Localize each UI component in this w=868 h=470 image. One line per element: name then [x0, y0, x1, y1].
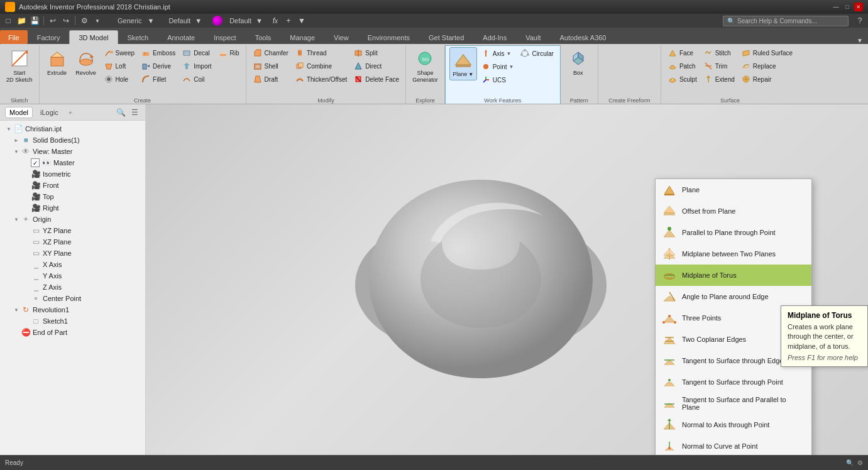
generic-dropdown[interactable]: ▼	[92, 15, 103, 26]
axis-button[interactable]: Axis ▼	[478, 47, 517, 60]
tree-checkbox-master[interactable]: ✓	[31, 158, 40, 167]
dd-tangent-parallel[interactable]: Tangent to Surface and Parallel to Plane	[656, 393, 811, 414]
coil-button[interactable]: Coil	[179, 73, 214, 85]
color-swatch[interactable]	[212, 16, 222, 26]
emboss-button[interactable]: A Emboss	[138, 46, 178, 59]
direct-button[interactable]: Direct	[351, 60, 402, 72]
sidebar-tab-plus[interactable]: +	[69, 109, 72, 116]
replace-button[interactable]: Replace	[739, 60, 795, 72]
tree-yz-plane[interactable]: ▭ YZ Plane	[0, 225, 145, 236]
tab-factory[interactable]: Factory	[28, 30, 70, 44]
maximize-button[interactable]: □	[843, 3, 852, 11]
ruled-surface-button[interactable]: Ruled Surface	[739, 46, 795, 59]
box-button[interactable]: Box	[564, 46, 592, 79]
import-button[interactable]: Import	[179, 60, 214, 72]
loft-button[interactable]: Loft	[101, 60, 138, 72]
draft-button[interactable]: Draft	[250, 73, 291, 85]
dd-tangent-point[interactable]: Tangent to Surface through Point	[656, 371, 811, 393]
more-button[interactable]: ▼	[296, 15, 307, 26]
tree-sketch1[interactable]: □ Sketch1	[0, 315, 145, 327]
tab-addins[interactable]: Add-Ins	[473, 30, 516, 44]
tab-annotate[interactable]: Annotate	[158, 30, 204, 44]
tree-master[interactable]: ✓ 👀 Master	[0, 157, 145, 168]
settings-icon[interactable]: ⚙	[857, 459, 863, 466]
tree-christian[interactable]: ▼ 📄 Christian.ipt	[0, 123, 145, 134]
thread-button[interactable]: Thread	[292, 46, 349, 59]
tab-tools[interactable]: Tools	[246, 30, 281, 44]
tab-environments[interactable]: Environments	[358, 30, 419, 44]
dd-normal-axis[interactable]: Normal to Axis through Point	[656, 414, 811, 435]
tab-view[interactable]: View	[324, 30, 358, 44]
tree-revolution1[interactable]: ▼ ↻ Revolution1	[0, 304, 145, 315]
tree-xz-plane[interactable]: ▭ XZ Plane	[0, 236, 145, 248]
generic-dd-btn[interactable]: ▼	[148, 17, 155, 25]
tree-z-axis[interactable]: ⎯ Z Axis	[0, 281, 145, 293]
tab-sketch[interactable]: Sketch	[118, 30, 158, 44]
stitch-button[interactable]: Stitch	[701, 46, 737, 59]
3d-viewport[interactable]: Plane Offset from Plane	[146, 104, 868, 455]
tab-inspect[interactable]: Inspect	[204, 30, 245, 44]
extend-button[interactable]: Extend	[701, 73, 737, 85]
minimize-button[interactable]: —	[832, 3, 840, 11]
decal-button[interactable]: Decal	[179, 46, 214, 59]
search-bar[interactable]: 🔍 Search Help & Commands...	[723, 16, 849, 26]
face-button[interactable]: Face	[665, 46, 700, 59]
revolve-button[interactable]: Revolve	[72, 46, 100, 79]
properties-button[interactable]: ⚙	[79, 15, 90, 26]
default2-dd-btn[interactable]: ▼	[256, 17, 263, 25]
tree-right[interactable]: 🎥 Right	[0, 202, 145, 214]
tree-origin[interactable]: ▼ ✦ Origin	[0, 214, 145, 225]
default-dd-btn[interactable]: ▼	[195, 17, 202, 25]
delete-face-button[interactable]: Delete Face	[351, 73, 402, 85]
thicken-button[interactable]: Thicken/Offset	[292, 73, 349, 85]
split-button[interactable]: Split	[351, 46, 402, 59]
tree-front[interactable]: 🎥 Front	[0, 180, 145, 191]
tree-x-axis[interactable]: ⎯ X Axis	[0, 259, 145, 270]
extrude-button[interactable]: Extrude	[43, 46, 71, 79]
tab-get-started[interactable]: Get Started	[419, 30, 473, 44]
chamfer-button[interactable]: Chamfer	[250, 46, 291, 59]
redo-button[interactable]: ↪	[60, 15, 72, 26]
derive-button[interactable]: Derive	[138, 60, 178, 72]
patch-button[interactable]: Patch	[665, 60, 700, 72]
fx-button[interactable]: fx	[270, 15, 281, 26]
combine-button[interactable]: Combine	[292, 60, 349, 72]
sidebar-menu-btn[interactable]: ☰	[129, 107, 140, 118]
start-sketch-button[interactable]: Start2D Sketch	[4, 46, 35, 85]
tab-vault[interactable]: Vault	[516, 30, 550, 44]
trim-button[interactable]: Trim	[701, 60, 737, 72]
dd-angle-plane[interactable]: Angle to Plane around Edge	[656, 286, 811, 307]
help-button[interactable]: ?	[854, 15, 865, 26]
undo-button[interactable]: ↩	[47, 15, 58, 26]
tree-y-axis[interactable]: ⎯ Y Axis	[0, 270, 145, 281]
plane-button[interactable]: Plane ▼	[449, 47, 477, 80]
tab-manage[interactable]: Manage	[280, 30, 324, 44]
shell-button[interactable]: Shell	[250, 60, 291, 72]
dd-midplane-two[interactable]: Midplane between Two Planes	[656, 243, 811, 265]
tree-end-of-part[interactable]: ⛔ End of Part	[0, 327, 145, 338]
tab-a360[interactable]: Autodesk A360	[550, 30, 615, 44]
fillet-button[interactable]: Fillet	[138, 73, 178, 85]
zoom-icon[interactable]: 🔍	[846, 459, 854, 466]
hole-button[interactable]: Hole	[101, 73, 138, 85]
close-button[interactable]: ✕	[854, 3, 863, 11]
tree-view-master[interactable]: ▼ 👁 View: Master	[0, 146, 145, 157]
rib-button[interactable]: Rib	[216, 46, 242, 59]
tab-model[interactable]: Model	[5, 107, 33, 118]
shape-generator-button[interactable]: SG ShapeGenerator	[410, 46, 441, 85]
sidebar-search-btn[interactable]: 🔍	[115, 107, 126, 118]
dd-offset-plane[interactable]: Offset from Plane	[656, 200, 811, 222]
tab-ilogic[interactable]: iLogic	[36, 107, 62, 117]
circular-button[interactable]: Circular	[517, 47, 556, 60]
add-button[interactable]: +	[283, 15, 294, 26]
dd-plane[interactable]: Plane	[656, 179, 811, 200]
tab-file[interactable]: File	[0, 30, 28, 44]
repair-button[interactable]: Repair	[739, 73, 795, 85]
point-button[interactable]: Point ▼	[478, 60, 517, 73]
dd-normal-curve[interactable]: Normal to Curve at Point	[656, 435, 811, 455]
save-button[interactable]: 💾	[29, 15, 40, 26]
tree-top[interactable]: 🎥 Top	[0, 191, 145, 202]
tree-xy-plane[interactable]: ▭ XY Plane	[0, 248, 145, 259]
new-button[interactable]: □	[3, 15, 14, 26]
tree-isometric[interactable]: 🎥 Isometric	[0, 168, 145, 180]
